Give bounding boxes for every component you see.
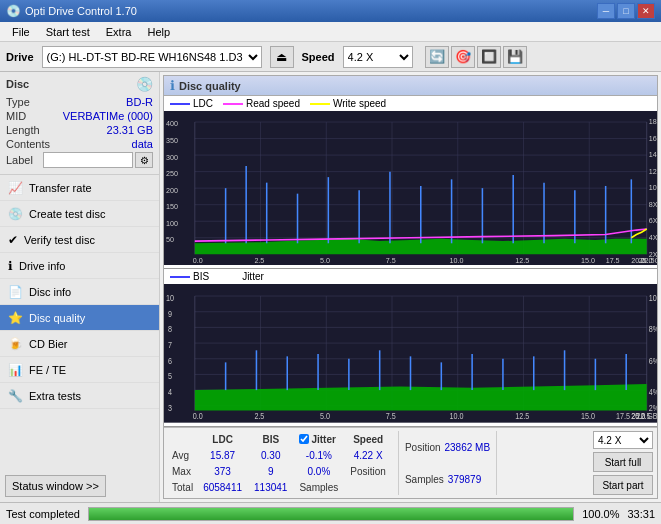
- samples-value: 379879: [448, 474, 481, 485]
- status-window-button[interactable]: Status window >>: [5, 475, 106, 497]
- drive-select[interactable]: (G:) HL-DT-ST BD-RE WH16NS48 1.D3: [42, 46, 262, 68]
- svg-text:9: 9: [168, 309, 172, 319]
- progress-bar-fill: [89, 508, 573, 520]
- svg-text:17.5: 17.5: [616, 412, 631, 422]
- close-button[interactable]: ✕: [637, 3, 655, 19]
- stats-speed-value: 4.22 X: [344, 447, 392, 463]
- nav-create-test-disc-label: Create test disc: [29, 208, 105, 220]
- action-buttons: 4.2 X Start full Start part: [593, 431, 653, 495]
- nav-verify-test-disc[interactable]: ✔ Verify test disc: [0, 227, 159, 253]
- ldc-legend-label: LDC: [193, 98, 213, 109]
- svg-text:2.5: 2.5: [254, 412, 265, 422]
- svg-text:8X: 8X: [649, 200, 657, 209]
- menu-file[interactable]: File: [4, 24, 38, 40]
- disc-contents-row: Contents data: [6, 138, 153, 150]
- svg-text:6%: 6%: [649, 356, 657, 366]
- nav-cd-bier[interactable]: 🍺 CD Bier: [0, 331, 159, 357]
- window-controls: ─ □ ✕: [597, 3, 655, 19]
- icon-btn-3[interactable]: 💾: [503, 46, 527, 68]
- drive-eject-button[interactable]: ⏏: [270, 46, 294, 68]
- stats-total-label: Total: [168, 479, 197, 495]
- nav-disc-info[interactable]: 📄 Disc info: [0, 279, 159, 305]
- svg-text:16X: 16X: [649, 134, 657, 143]
- ldc-legend: LDC Read speed Write speed: [164, 96, 657, 111]
- svg-text:100: 100: [166, 218, 178, 227]
- charts-area: LDC Read speed Write speed: [164, 96, 657, 498]
- start-part-button[interactable]: Start part: [593, 475, 653, 495]
- svg-text:15.0: 15.0: [581, 412, 596, 422]
- stats-empty-header: [168, 431, 197, 447]
- svg-text:10%: 10%: [649, 294, 657, 304]
- disc-icon: 💿: [136, 76, 153, 92]
- disc-label-input-group: ⚙: [43, 152, 153, 168]
- speed-select-drive[interactable]: 4.2 X: [343, 46, 413, 68]
- svg-text:8%: 8%: [649, 325, 657, 335]
- svg-text:350: 350: [166, 136, 178, 145]
- titlebar: 💿 Opti Drive Control 1.70 ─ □ ✕: [0, 0, 661, 22]
- svg-text:7: 7: [168, 341, 172, 351]
- write-speed-legend-item: Write speed: [310, 98, 386, 109]
- jitter-checkbox[interactable]: [299, 434, 309, 444]
- nav-drive-info[interactable]: ℹ Drive info: [0, 253, 159, 279]
- disc-contents-label: Contents: [6, 138, 50, 150]
- fe-te-icon: 📊: [8, 363, 23, 377]
- stats-divider: [398, 431, 399, 495]
- svg-text:10.0: 10.0: [450, 412, 465, 422]
- read-speed-legend-label: Read speed: [246, 98, 300, 109]
- speed-refresh-button[interactable]: 🔄: [425, 46, 449, 68]
- jitter-checkbox-cell: Jitter: [293, 431, 344, 447]
- svg-text:4%: 4%: [649, 388, 657, 398]
- minimize-button[interactable]: ─: [597, 3, 615, 19]
- position-label: Position: [405, 442, 441, 453]
- menu-start-test[interactable]: Start test: [38, 24, 98, 40]
- transfer-rate-icon: 📈: [8, 181, 23, 195]
- stats-avg-label: Avg: [168, 447, 197, 463]
- stats-header-row: LDC BIS Jitter Speed: [168, 431, 392, 447]
- nav-create-test-disc[interactable]: 💿 Create test disc: [0, 201, 159, 227]
- svg-text:2.5: 2.5: [254, 256, 264, 265]
- stats-avg-bis: 0.30: [248, 447, 293, 463]
- start-full-button[interactable]: Start full: [593, 452, 653, 472]
- jitter-header-label: Jitter: [311, 434, 335, 445]
- svg-text:250: 250: [166, 169, 178, 178]
- disc-label-row: Label ⚙: [6, 152, 153, 168]
- cd-bier-icon: 🍺: [8, 337, 23, 351]
- nav-transfer-rate[interactable]: 📈 Transfer rate: [0, 175, 159, 201]
- read-speed-legend-item: Read speed: [223, 98, 300, 109]
- test-speed-select[interactable]: 4.2 X: [593, 431, 653, 449]
- svg-text:200: 200: [166, 185, 178, 194]
- nav-extra-tests-label: Extra tests: [29, 390, 81, 402]
- svg-text:14X: 14X: [649, 150, 657, 159]
- bis-color-swatch: [170, 276, 190, 278]
- icon-btn-1[interactable]: 🎯: [451, 46, 475, 68]
- icon-btn-2[interactable]: 🔲: [477, 46, 501, 68]
- svg-text:4: 4: [168, 388, 173, 398]
- menu-extra[interactable]: Extra: [98, 24, 140, 40]
- disc-label-input[interactable]: [43, 152, 133, 168]
- status-btn-container: Status window >>: [0, 470, 159, 502]
- nav-fe-te[interactable]: 📊 FE / TE: [0, 357, 159, 383]
- jitter-legend-label: Jitter: [242, 271, 264, 282]
- stats-position-label: Position: [350, 466, 386, 477]
- position-row: Position 23862 MB: [405, 442, 490, 453]
- nav-verify-test-disc-label: Verify test disc: [24, 234, 95, 246]
- svg-text:8: 8: [168, 325, 173, 335]
- ldc-chart-section: LDC Read speed Write speed: [164, 96, 657, 269]
- stats-speed-col-header: Speed: [344, 431, 392, 447]
- extra-tests-icon: 🔧: [8, 389, 23, 403]
- menu-help[interactable]: Help: [139, 24, 178, 40]
- maximize-button[interactable]: □: [617, 3, 635, 19]
- nav-extra-tests[interactable]: 🔧 Extra tests: [0, 383, 159, 409]
- svg-text:6X: 6X: [649, 216, 657, 225]
- svg-text:25.0 GB: 25.0 GB: [631, 412, 657, 422]
- disc-label-button[interactable]: ⚙: [135, 152, 153, 168]
- nav-disc-quality[interactable]: ⭐ Disc quality: [0, 305, 159, 331]
- svg-text:12X: 12X: [649, 167, 657, 176]
- nav-items: 📈 Transfer rate 💿 Create test disc ✔ Ver…: [0, 175, 159, 470]
- read-speed-color-swatch: [223, 103, 243, 105]
- stats-avg-row: Avg 15.87 0.30 -0.1% 4.22 X: [168, 447, 392, 463]
- disc-info-icon: 📄: [8, 285, 23, 299]
- elapsed-time: 33:31: [627, 508, 655, 520]
- svg-text:6: 6: [168, 356, 173, 366]
- svg-text:12.5: 12.5: [515, 256, 529, 265]
